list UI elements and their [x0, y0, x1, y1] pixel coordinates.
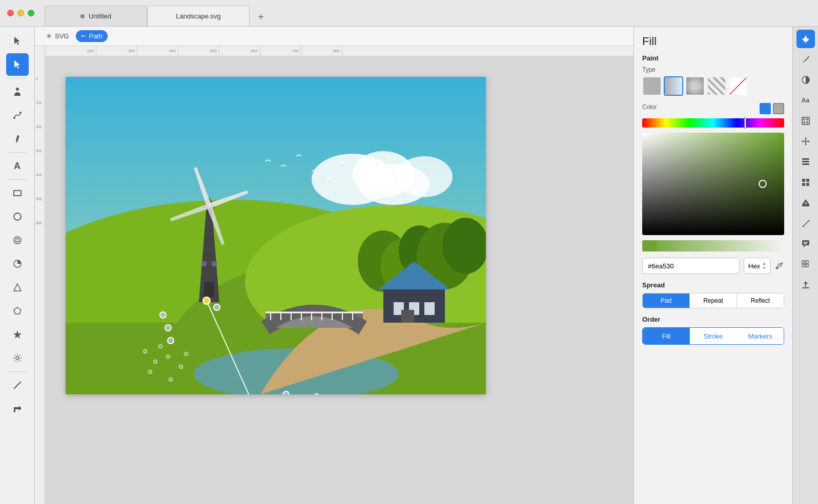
- main-layout: A: [0, 27, 818, 504]
- tool-triangle[interactable]: [6, 276, 29, 299]
- tool-star[interactable]: [6, 323, 29, 346]
- svg-text:✿: ✿: [153, 358, 158, 365]
- svg-point-15: [16, 356, 19, 360]
- paint-type-none[interactable]: [728, 76, 748, 96]
- color-picker[interactable]: [642, 133, 784, 235]
- tool-pentagon[interactable]: [6, 300, 29, 322]
- type-label: Type: [642, 66, 784, 73]
- ruler-horizontal: 200 300 400 500 600 700 800: [45, 46, 633, 56]
- tab-landscape[interactable]: Landscape.svg: [147, 6, 250, 26]
- canvas-with-ruler: 0 100 200 300 400 500 600 200: [35, 46, 633, 504]
- spread-buttons: Pad Repeat Reflect: [642, 293, 784, 308]
- alpha-bar[interactable]: [642, 240, 784, 251]
- tab-dot: [80, 14, 85, 18]
- color-stop-gray[interactable]: [773, 103, 784, 114]
- color-stop-blue[interactable]: [760, 103, 771, 114]
- tool-bezier[interactable]: [6, 104, 29, 127]
- svg-rect-98: [802, 204, 809, 206]
- tool-select[interactable]: [6, 30, 29, 52]
- svg-marker-14: [13, 330, 22, 339]
- order-tab-stroke[interactable]: Stroke: [690, 328, 737, 344]
- tab-untitled-label: Untitled: [89, 12, 111, 20]
- picker-cursor: [759, 180, 767, 188]
- paint-type-flat[interactable]: [642, 76, 662, 96]
- toolbar-divider-4: [8, 371, 27, 372]
- hex-format-label: Hex: [748, 262, 760, 270]
- svg-rect-33: [424, 302, 435, 315]
- hex-format-selector[interactable]: Hex ▲ ▼: [744, 258, 771, 274]
- hue-bar[interactable]: [642, 118, 784, 128]
- svg-canvas[interactable]: ✿ ✿ ✿ ✿ ✿ ✿ ✿ ✿: [66, 77, 486, 394]
- fr-tool-frame[interactable]: [796, 112, 815, 130]
- fr-tool-pin[interactable]: [796, 30, 815, 48]
- hex-input[interactable]: [642, 258, 740, 274]
- fr-tool-library[interactable]: [796, 194, 815, 212]
- fr-tool-move[interactable]: [796, 132, 815, 151]
- svg-text:✿: ✿: [142, 348, 148, 355]
- tab-untitled[interactable]: Untitled: [45, 6, 147, 26]
- landscape-illustration: ✿ ✿ ✿ ✿ ✿ ✿ ✿ ✿: [66, 77, 486, 394]
- svg-marker-0: [14, 37, 20, 45]
- hex-format-chevrons: ▲ ▼: [762, 261, 766, 270]
- fr-tool-layers[interactable]: [796, 153, 815, 171]
- tool-ellipse[interactable]: [6, 205, 29, 228]
- fr-tool-export[interactable]: [796, 276, 815, 294]
- canvas-viewport: 200 300 400 500 600 700 800: [45, 46, 633, 504]
- svg-rect-103: [802, 240, 809, 245]
- minimize-button[interactable]: [17, 10, 24, 16]
- add-tab-button[interactable]: +: [252, 8, 270, 26]
- paint-type-pattern[interactable]: [707, 76, 726, 96]
- tool-line[interactable]: [6, 374, 29, 396]
- eyedropper-button[interactable]: [775, 258, 784, 274]
- tool-arrow[interactable]: [6, 397, 29, 420]
- tool-person[interactable]: [6, 80, 29, 103]
- svg-rect-5: [16, 135, 19, 141]
- svg-point-9: [14, 237, 21, 244]
- svg-marker-89: [802, 140, 803, 142]
- close-button[interactable]: [7, 10, 14, 16]
- svg-point-2: [16, 88, 19, 91]
- tool-pie[interactable]: [6, 253, 29, 275]
- order-tab-fill[interactable]: Fill: [643, 328, 690, 344]
- breadcrumb-path[interactable]: ↩ Path: [76, 30, 108, 42]
- tool-text[interactable]: A: [6, 155, 29, 177]
- fill-title: Fill: [642, 35, 784, 48]
- breadcrumb-path-label: Path: [89, 32, 103, 40]
- fr-tool-grid[interactable]: [796, 255, 815, 274]
- fr-tool-comment[interactable]: [796, 235, 815, 253]
- paint-type-linear[interactable]: [664, 76, 683, 96]
- left-toolbar: A: [0, 27, 35, 504]
- fr-tool-contrast[interactable]: [796, 71, 815, 89]
- spread-repeat[interactable]: Repeat: [690, 293, 737, 308]
- fr-tool-measure[interactable]: [796, 214, 815, 233]
- fr-tool-table[interactable]: [796, 173, 815, 192]
- tool-gear[interactable]: [6, 347, 29, 369]
- spread-pad[interactable]: Pad: [643, 293, 690, 308]
- fr-tool-typography[interactable]: Aa: [796, 91, 815, 110]
- svg-marker-111: [804, 281, 808, 287]
- order-section: Order Fill Stroke Markers: [642, 316, 784, 345]
- tool-rect[interactable]: [6, 182, 29, 204]
- svg-rect-91: [802, 163, 809, 165]
- breadcrumb-svg[interactable]: ✳ SVG: [41, 30, 74, 42]
- svg-marker-88: [805, 144, 807, 145]
- svg-rect-94: [802, 179, 805, 182]
- paint-type-radial[interactable]: [685, 76, 705, 96]
- canvas-scroll[interactable]: ✿ ✿ ✿ ✿ ✿ ✿ ✿ ✿: [45, 56, 633, 504]
- svg-point-70: [160, 312, 166, 318]
- maximize-button[interactable]: [28, 10, 34, 16]
- order-tab-markers[interactable]: Markers: [737, 328, 784, 344]
- svg-rect-112: [802, 287, 809, 288]
- svg-rect-108: [806, 261, 808, 263]
- spread-reflect[interactable]: Reflect: [737, 293, 784, 308]
- fr-tool-pen[interactable]: [796, 50, 815, 69]
- toolbar-divider-1: [8, 78, 27, 78]
- tool-pencil[interactable]: [6, 128, 29, 150]
- color-picker-gradient: [642, 133, 784, 235]
- tool-circle-target[interactable]: [6, 229, 29, 251]
- toolbar-divider-2: [8, 152, 27, 153]
- tool-node[interactable]: [6, 53, 29, 76]
- breadcrumb-bar: ✳ SVG ↩ Path: [35, 27, 633, 46]
- svg-marker-90: [808, 140, 810, 142]
- order-tabs: Fill Stroke Markers: [642, 327, 784, 345]
